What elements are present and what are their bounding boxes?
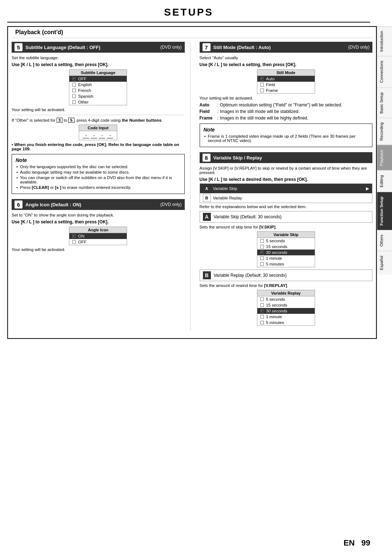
item-6-header: 6 Angle Icon (Default : ON) (DVD only) bbox=[12, 199, 185, 210]
item-7-dvd: (DVD only) bbox=[348, 45, 369, 50]
sidebar-tab-functionsetup[interactable]: Function Setup bbox=[377, 192, 392, 230]
code-dash-2: - bbox=[91, 133, 97, 138]
note-5-item-2: Audio language setting may not be availa… bbox=[20, 170, 181, 174]
variable-selector-box: A Variable Skip ▶ B Variable Replay bbox=[200, 183, 373, 203]
frame-field-row: Frame : Images in the still mode will be… bbox=[200, 116, 373, 121]
item-6-title: Angle Icon (Default : ON) bbox=[25, 202, 158, 207]
still-mode-fields: Auto : Optimum resolution setting ("Fiel… bbox=[200, 102, 373, 121]
right-column: 7 Still Mode (Default : Auto) (DVD only)… bbox=[198, 42, 373, 331]
replay-30s-checkbox bbox=[260, 309, 264, 313]
variable-skip-box: Variable Skip 5 seconds 15 seconds 30 se… bbox=[257, 231, 315, 267]
skip-30s-checkbox bbox=[260, 251, 264, 254]
still-field-checkbox bbox=[260, 83, 264, 86]
replay-5m-row: 5 minutes bbox=[257, 320, 315, 325]
skip-15s-row: 15 seconds bbox=[257, 244, 315, 250]
page-number-area: EN 99 bbox=[344, 538, 370, 548]
subtitle-english-label: English bbox=[78, 82, 92, 87]
sidebar-tabs: Introduction Connections Basic Setup Rec… bbox=[377, 26, 392, 339]
code-input-box: Code Input - - - - bbox=[79, 125, 117, 140]
skip-5m-row: 5 minutes bbox=[257, 261, 315, 267]
still-auto-row: Auto bbox=[257, 76, 315, 82]
code-input-title: Code Input bbox=[79, 125, 117, 131]
item-7-instruction: Use [K / L ] to select a setting, then p… bbox=[200, 62, 373, 67]
num-5-box: 5 bbox=[68, 118, 74, 123]
item-6-intro: Set to "ON" to show the angle icon durin… bbox=[12, 213, 185, 217]
a-label: A bbox=[203, 213, 211, 221]
angle-off-row: OFF bbox=[69, 239, 127, 245]
item-7-number: 7 bbox=[203, 43, 211, 51]
still-frame-checkbox bbox=[260, 89, 264, 92]
item-7-title: Still Mode (Default : Auto) bbox=[213, 45, 346, 50]
item-8-number: 8 bbox=[203, 154, 211, 162]
code-input-dashes: - - - - bbox=[79, 131, 117, 140]
item-7-note-title: Note bbox=[204, 127, 369, 133]
item-5-title: Subtitle Language (Default : OFF) bbox=[25, 45, 158, 50]
b-label-selector: B bbox=[203, 194, 211, 202]
item-8-section: 8 Variable Skip / Replay Assign [V.SKIP]… bbox=[200, 152, 373, 326]
sidebar-tab-others[interactable]: Others bbox=[377, 230, 392, 251]
still-auto-label: Auto bbox=[266, 77, 275, 81]
skip-15s-label: 15 seconds bbox=[266, 244, 287, 249]
section-header: Playback (cont'd) bbox=[12, 27, 372, 38]
item-b-text: Variable Replay (Default: 30 seconds) bbox=[214, 273, 287, 278]
subtitle-spanish-checkbox bbox=[72, 94, 76, 98]
item-6-number: 6 bbox=[15, 200, 23, 208]
var-skip-row: A Variable Skip ▶ bbox=[200, 184, 372, 193]
sidebar-tab-editing[interactable]: Editing bbox=[377, 170, 392, 192]
skip-1m-row: 1 minute bbox=[257, 255, 315, 261]
code-dash-3: - bbox=[99, 133, 105, 138]
variable-replay-box: Variable Replay 5 seconds 15 seconds 30 … bbox=[257, 290, 315, 326]
page-title-bar: SETUPS bbox=[7, 0, 370, 23]
sidebar-tab-introduction[interactable]: Introduction bbox=[377, 26, 392, 56]
item-5-dvd: (DVD only) bbox=[160, 45, 182, 50]
auto-colon: : bbox=[217, 102, 219, 108]
subtitle-other-checkbox bbox=[72, 100, 76, 104]
sidebar-tab-recording[interactable]: Recording bbox=[377, 118, 392, 145]
note-5-item-3: You can change or switch off the subtitl… bbox=[20, 175, 181, 184]
angle-on-row: ON bbox=[69, 233, 127, 239]
item-5-activated: Your setting will be activated. bbox=[12, 108, 185, 112]
num-3-box: 3 bbox=[57, 118, 62, 123]
skip-5m-label: 5 minutes bbox=[266, 262, 284, 266]
sidebar-tab-basicsetup[interactable]: Basic Setup bbox=[377, 88, 392, 118]
frame-desc: Images in the still mode will be highly … bbox=[220, 116, 372, 121]
angle-icon-box: Angle Icon ON OFF bbox=[69, 227, 127, 245]
subtitle-other-row: Other bbox=[69, 99, 127, 105]
item-6-instruction: Use [K / L ] to select a setting, then p… bbox=[12, 219, 185, 224]
item-5-ok-refer: • When you finish entering the code, pre… bbox=[12, 142, 185, 151]
skip-1m-label: 1 minute bbox=[266, 256, 282, 260]
skip-15s-checkbox bbox=[260, 245, 264, 248]
item-a-box: A Variable Skip (Default: 30 seconds) bbox=[200, 211, 373, 223]
note-5-item-1: Only the languages supported by the disc… bbox=[20, 165, 181, 169]
subtitle-spanish-label: Spanish bbox=[78, 94, 93, 98]
note-7-item-1: Frame is 1 completed video image made up… bbox=[208, 134, 369, 143]
subtitle-other-label: Other bbox=[78, 100, 89, 104]
sidebar-tab-espanol[interactable]: Español bbox=[377, 251, 392, 275]
en-label: EN bbox=[344, 538, 355, 547]
replay-1m-checkbox bbox=[260, 315, 264, 319]
replay-15s-row: 15 seconds bbox=[257, 302, 315, 308]
sidebar-tab-connections[interactable]: Connections bbox=[377, 56, 392, 87]
replay-15s-label: 15 seconds bbox=[266, 303, 287, 307]
sidebar-tab-playback[interactable]: Playback bbox=[377, 145, 392, 170]
item-6-dvd: (DVD only) bbox=[160, 202, 182, 207]
subtitle-off-row: OFF bbox=[69, 76, 127, 82]
item-7-header: 7 Still Mode (Default : Auto) (DVD only) bbox=[200, 42, 373, 53]
replay-1m-row: 1 minute bbox=[257, 314, 315, 320]
a-label-selector: A bbox=[203, 185, 211, 193]
skip-30s-label: 30 seconds bbox=[266, 250, 287, 255]
var-replay-box-title: Variable Replay bbox=[257, 290, 315, 296]
item-5-number: 5 bbox=[15, 43, 23, 51]
item-8-header: 8 Variable Skip / Replay bbox=[200, 152, 373, 163]
angle-off-checkbox bbox=[72, 240, 76, 244]
var-skip-label: Variable Skip bbox=[213, 186, 237, 191]
still-auto-checkbox bbox=[260, 77, 264, 81]
field-field-row: Field : Images in the still mode will be… bbox=[200, 109, 373, 114]
var-replay-label: Variable Replay bbox=[213, 196, 242, 200]
still-field-label: Field bbox=[266, 82, 275, 87]
subtitle-off-label: OFF bbox=[78, 77, 86, 81]
angle-on-label: ON bbox=[78, 234, 84, 238]
code-dash-1: - bbox=[83, 133, 89, 138]
item-7-section: 7 Still Mode (Default : Auto) (DVD only)… bbox=[200, 42, 373, 147]
still-mode-box: Still Mode Auto Field Frame bbox=[257, 69, 315, 94]
